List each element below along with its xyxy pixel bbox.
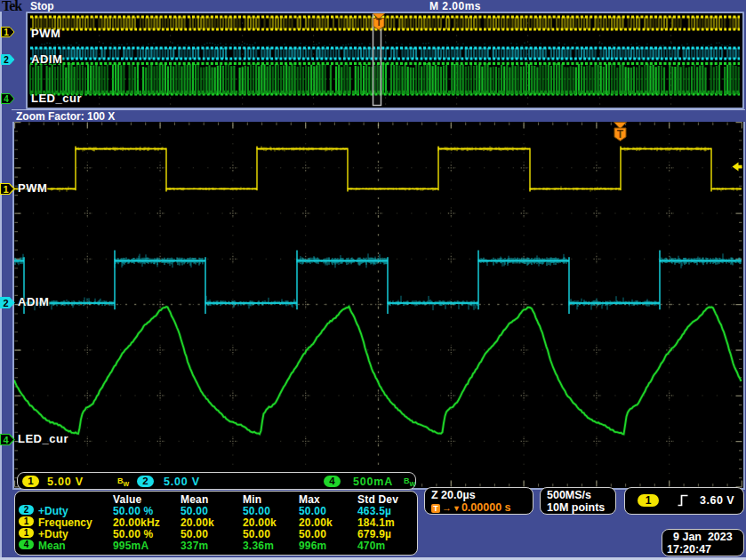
ch4-chip: 4 [324, 476, 341, 487]
ch1-chip: 1 [19, 516, 34, 526]
measurement-name: +Duty [38, 505, 68, 517]
measurement-name: +Duty [38, 528, 68, 540]
zoom-label-ch2: ADIM [18, 295, 49, 308]
zoom-ch2-marker-label: 2 [3, 298, 8, 308]
trigger-t-icon: T [431, 504, 440, 513]
ch4-scale-value: 500mA [353, 476, 393, 488]
measurement-name: Frequency [38, 516, 92, 529]
date-readout: 9 Jan 2023 [673, 531, 743, 543]
delay-value: 0.00000 s [461, 501, 511, 514]
overview-ch2-marker-label: 2 [4, 55, 9, 65]
zoom-ch1-marker[interactable]: 1 [0, 183, 15, 195]
time-readout: 17:20:47 [667, 543, 743, 556]
measurement-min: 50.00 [243, 528, 270, 540]
ch4-chip: 4 [19, 540, 34, 549]
channel-scale-bar: 15.00 VBW25.00 V4500mABW [17, 472, 416, 490]
measurement-value: 50.00 % [113, 528, 153, 540]
measurement-row-mean[interactable]: 4Mean995mA337m3.36m996m470m [19, 540, 415, 551]
ch1-chip: 1 [22, 476, 39, 487]
ch2-scale-value: 5.00 V [164, 476, 200, 488]
measurement-header-std-dev: Std Dev [357, 493, 398, 506]
zoom-ch1-marker-label: 1 [3, 184, 8, 195]
overview-ch4-marker-label: 4 [4, 94, 9, 104]
zoom-waveform-window: T PWM ADIM LED_cur [12, 122, 745, 490]
zoom-factor-bar: Zoom Factor: 100 X [12, 109, 745, 123]
zoom-ch2-marker[interactable]: 2 [0, 297, 15, 308]
measurement-max: 996m [299, 540, 327, 552]
trigger-level-readout: 3.60 V [700, 494, 734, 507]
zoom-factor-label: Zoom Factor: 100 X [16, 110, 115, 123]
measurement-name: Mean [38, 540, 66, 552]
trigger-readout-box[interactable]: 1 3.60 V [624, 487, 744, 515]
ch2-chip: 2 [137, 476, 154, 487]
overview-ch1-marker[interactable]: 1 [1, 27, 15, 37]
overview-waveform-window: T PWM ADIM LED_cur [26, 12, 744, 109]
trigger-delay-readout: T→▼0.00000 s [431, 501, 533, 515]
acquisition-readout-box[interactable]: 500MS/s 10M points [540, 487, 616, 515]
measurement-row-frequency[interactable]: 1Frequency20.00kHz20.00k20.00k20.00k184.… [19, 516, 415, 528]
measurement-mean: 50.00 [180, 505, 208, 517]
svg-text:T: T [617, 128, 624, 140]
acquisition-status: Stop [30, 0, 54, 12]
measurement-max: 50.00 [299, 528, 326, 540]
horizontal-readout-box[interactable]: Z 20.0µs T→▼0.00000 s [424, 487, 533, 515]
datetime-box: 9 Jan 2023 17:20:47 [662, 529, 744, 556]
zoom-ch4-marker-label: 4 [3, 435, 9, 445]
zoom-ch4-marker[interactable]: 4 [0, 434, 15, 445]
overview-ch4-marker[interactable]: 4 [1, 93, 15, 104]
trigger-source-chip: 1 [638, 494, 659, 507]
measurement-header-row: ValueMeanMinMaxStd Dev [19, 493, 415, 505]
overview-label-ch2: ADIM [31, 52, 62, 66]
overview-waveform-plot: T [28, 13, 742, 108]
zoom-waveform-plot: T [14, 122, 742, 488]
measurement-min: 3.36m [243, 540, 274, 552]
measurement-mean: 50.00 [180, 528, 208, 540]
ch4-bandwidth-limit-icon: BW [404, 477, 415, 488]
measurement-value: 20.00kHz [113, 516, 160, 529]
measurement-stddev: 470m [357, 540, 386, 552]
measurement-row-plus-duty[interactable]: 2+Duty50.00 %50.0050.0050.00463.5µ [19, 505, 415, 516]
svg-text:T: T [376, 18, 381, 28]
measurement-header-value: Value [113, 493, 141, 506]
measurement-header-max: Max [299, 493, 320, 506]
measurement-stddev: 463.5µ [357, 505, 391, 517]
measurement-table: ValueMeanMinMaxStd Dev2+Duty50.00 %50.00… [14, 491, 418, 556]
top-bar: Tek Stop M 2.00ms [0, 0, 746, 12]
measurement-header-mean: Mean [180, 493, 208, 506]
measurement-mean: 20.00k [180, 516, 214, 529]
measurement-min: 50.00 [243, 505, 270, 517]
measurement-mean: 337m [180, 540, 209, 552]
ch1-chip: 1 [19, 528, 34, 538]
sample-rate-readout: 500MS/s [547, 489, 615, 501]
overview-label-ch1: PWM [31, 27, 60, 40]
tek-logo: Tek [2, 0, 21, 14]
zoom-label-ch1: PWM [18, 181, 47, 195]
ch1-bandwidth-limit-icon: BW [117, 477, 129, 488]
zoom-timebase-readout: Z 20.0µs [431, 489, 533, 501]
ch1-scale-value: 5.00 V [47, 476, 84, 488]
measurement-max: 20.00k [299, 516, 333, 529]
delay-position-icon: ▼ [453, 504, 461, 513]
record-length-readout: 10M points [547, 501, 615, 514]
measurement-header-min: Min [243, 493, 261, 506]
main-timebase-readout: M 2.00ms [429, 0, 481, 12]
overview-ch1-marker-label: 1 [4, 28, 9, 37]
measurement-max: 50.00 [299, 505, 326, 517]
zoom-label-ch4: LED_cur [18, 432, 68, 445]
ch2-chip: 2 [19, 505, 34, 515]
overview-label-ch4: LED_cur [31, 92, 82, 105]
measurement-value: 50.00 % [113, 505, 153, 517]
trigger-slope-icon [677, 494, 689, 507]
measurement-stddev: 184.1m [357, 516, 395, 529]
oscilloscope-screen: Tek Stop M 2.00ms T PWM ADIM LED_cur 1 2… [0, 0, 746, 560]
measurement-row-plus-duty[interactable]: 1+Duty50.00 %50.0050.0050.00679.9µ [19, 528, 415, 540]
delay-arrow-icon: → [442, 502, 452, 513]
overview-ch2-marker[interactable]: 2 [1, 54, 15, 65]
measurement-value: 995mA [113, 540, 148, 552]
measurement-min: 20.00k [243, 516, 277, 529]
measurement-stddev: 679.9µ [357, 528, 391, 540]
